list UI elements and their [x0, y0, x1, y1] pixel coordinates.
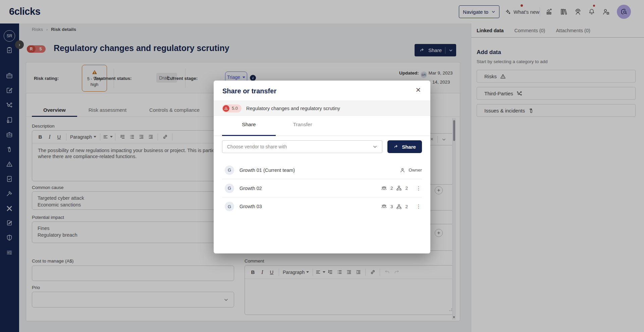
- team-members-count: 3: [390, 204, 393, 209]
- team-name: Growth 01 (Current team): [239, 168, 399, 173]
- app-root: 6clicks Navigate to What's new: [0, 0, 644, 332]
- modal-tab-transfer[interactable]: Transfer: [276, 122, 329, 128]
- team-row-growth-02[interactable]: G Growth 02 2 2 ⋮: [222, 179, 422, 197]
- chevron-down-icon: [373, 144, 377, 149]
- modal-share-button[interactable]: Share: [387, 140, 422, 153]
- modal-tab-share[interactable]: Share: [222, 122, 276, 128]
- modal-share-button-label: Share: [402, 144, 416, 150]
- org-chart-icon: [396, 203, 402, 210]
- risk-score-value: 5.0: [232, 106, 238, 111]
- team-name: Growth 03: [239, 204, 381, 209]
- close-icon[interactable]: ✕: [414, 85, 423, 95]
- vendor-select[interactable]: Choose vendor to share with: [222, 140, 382, 153]
- team-role: Owner: [409, 168, 422, 173]
- team-avatar: G: [225, 184, 234, 193]
- team-members-count: 2: [390, 186, 393, 191]
- modal-risk-name: Regulatory changes and regulatory scruti…: [246, 106, 340, 111]
- share-transfer-modal: Share or transfer ✕ 5.0 Regulatory chang…: [214, 81, 430, 253]
- risk-score-pill: 5.0: [222, 104, 241, 112]
- modal-active-tab-underline: [222, 135, 276, 136]
- person-icon: [399, 167, 406, 173]
- team-avatar: G: [225, 202, 234, 211]
- modal-title: Share or transfer: [222, 87, 276, 95]
- share-icon: [393, 144, 399, 149]
- team-groups-count: 2: [405, 204, 408, 209]
- team-avatar: G: [225, 165, 234, 175]
- warning-triangle-icon: [223, 105, 229, 112]
- org-chart-icon: [396, 185, 402, 191]
- team-groups-count: 2: [405, 186, 408, 191]
- members-icon: [381, 203, 387, 210]
- modal-risk-row: 5.0 Regulatory changes and regulatory sc…: [214, 101, 430, 116]
- kebab-menu-icon[interactable]: ⋮: [415, 185, 422, 191]
- team-row-growth-03[interactable]: G Growth 03 3 2 ⋮: [222, 197, 422, 216]
- team-row-growth-01[interactable]: G Growth 01 (Current team) Owner: [222, 161, 422, 179]
- vendor-select-placeholder: Choose vendor to share with: [227, 144, 373, 149]
- team-name: Growth 02: [239, 186, 381, 191]
- kebab-menu-icon[interactable]: ⋮: [415, 203, 422, 209]
- members-icon: [381, 185, 387, 192]
